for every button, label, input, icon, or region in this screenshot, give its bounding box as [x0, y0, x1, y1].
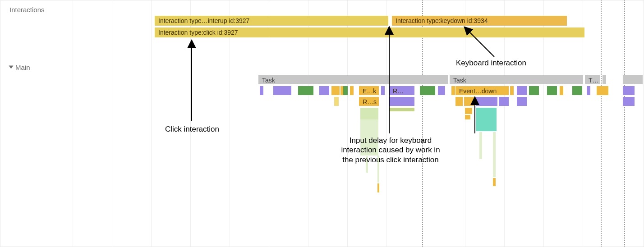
task-bar[interactable]: Task: [450, 75, 583, 84]
annotation-arrows: [0, 0, 644, 247]
flame-segment[interactable]: [465, 115, 470, 119]
flame-segment[interactable]: [476, 121, 497, 131]
flame-segment[interactable]: [343, 86, 348, 95]
flame-segment[interactable]: [517, 86, 527, 95]
label-text: Interactions: [9, 6, 45, 14]
flame-segment[interactable]: [273, 86, 291, 95]
flame-segment[interactable]: [476, 97, 497, 106]
flame-segment[interactable]: [350, 86, 354, 95]
flame-segment[interactable]: [572, 86, 582, 95]
flame-segment[interactable]: [623, 86, 635, 95]
flame-segment[interactable]: [360, 108, 378, 119]
task-bar[interactable]: T…: [585, 75, 600, 84]
flame-segment[interactable]: [298, 86, 313, 95]
flame-segment[interactable]: R…s: [359, 97, 379, 106]
flame-segment[interactable]: [319, 86, 329, 95]
annotation-click: Click interaction: [149, 124, 235, 134]
flame-segment[interactable]: R…: [389, 86, 414, 95]
annotation-delay: Input delay for keyboard interaction cau…: [330, 136, 451, 165]
flame-segment[interactable]: [587, 86, 590, 95]
flame-segment[interactable]: [377, 183, 379, 192]
task-bar[interactable]: [623, 75, 643, 84]
flame-segment[interactable]: [334, 97, 339, 106]
flame-segment[interactable]: E…k: [359, 86, 379, 95]
flame-segment[interactable]: [260, 86, 263, 95]
label-text: Main: [15, 64, 30, 71]
collapse-triangle-icon[interactable]: [9, 66, 14, 69]
section-label-interactions: Interactions: [9, 6, 45, 14]
flame-segment[interactable]: [331, 86, 340, 95]
dashed-marker: [624, 0, 625, 247]
flame-segment[interactable]: [451, 86, 455, 95]
flame-segment[interactable]: [479, 132, 482, 159]
flame-segment[interactable]: [529, 86, 539, 95]
task-bar[interactable]: [603, 75, 606, 84]
flame-segment[interactable]: [438, 86, 445, 95]
flame-segment[interactable]: [389, 97, 414, 106]
section-label-main: Main: [9, 64, 30, 71]
dashed-marker: [601, 0, 602, 247]
flame-segment[interactable]: [464, 97, 474, 106]
task-bar[interactable]: Task: [258, 75, 448, 84]
flame-segment[interactable]: [547, 86, 557, 95]
flame-segment[interactable]: [455, 97, 463, 106]
flame-segment[interactable]: Event…down: [455, 86, 509, 95]
gridline: [112, 0, 112, 247]
performance-timeline-panel: Interactions Main Interaction type…inter…: [0, 0, 644, 247]
interaction-bar-keydown[interactable]: Interaction type:keydown id:3934: [392, 16, 567, 26]
flame-segment[interactable]: [560, 86, 563, 95]
gridline: [622, 0, 622, 247]
flame-segment[interactable]: [623, 97, 635, 106]
flame-segment[interactable]: [420, 86, 435, 95]
flame-segment[interactable]: [389, 108, 414, 111]
annotation-keyboard: Keyboard interaction: [456, 58, 555, 68]
flame-segment[interactable]: [493, 178, 496, 186]
gridline: [151, 0, 152, 247]
flame-segment[interactable]: [381, 86, 385, 95]
flame-segment[interactable]: [510, 86, 514, 95]
flame-segment[interactable]: [465, 108, 472, 114]
flame-segment[interactable]: [493, 132, 496, 177]
flame-segment[interactable]: [517, 97, 527, 106]
interaction-bar-pointerup[interactable]: Interaction type…interup id:3927: [155, 16, 388, 26]
flame-segment[interactable]: [597, 86, 608, 95]
flame-segment[interactable]: [476, 108, 497, 121]
flame-segment[interactable]: [499, 97, 509, 106]
interaction-bar-click[interactable]: Interaction type:click id:3927: [155, 27, 584, 37]
gridline: [73, 0, 73, 247]
